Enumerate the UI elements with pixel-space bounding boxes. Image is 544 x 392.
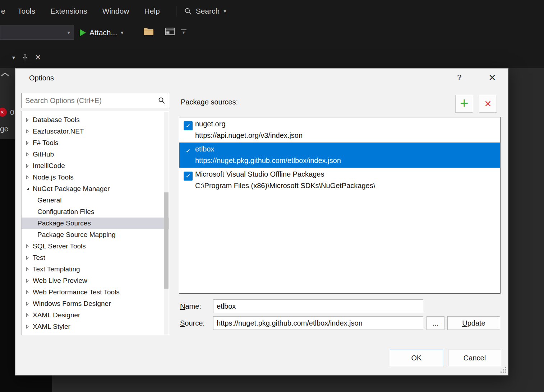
chevron-up-icon[interactable] (0, 72, 10, 79)
expanded-arrow-icon[interactable] (25, 187, 33, 191)
chevron-down-icon: ▾ (223, 8, 226, 14)
toolbar: ▾ Attach... ▾ ▾ (0, 22, 544, 45)
search-icon (158, 97, 165, 104)
collapsed-arrow-icon[interactable] (25, 152, 33, 157)
tree-item-web-live-preview[interactable]: Web Live Preview (22, 275, 169, 286)
menu-item-window[interactable]: Window (95, 7, 137, 15)
tree-item-github[interactable]: GitHub (22, 149, 169, 160)
tree-item-label: Package Source Mapping (37, 231, 116, 239)
collapsed-arrow-icon[interactable] (25, 164, 33, 168)
collapsed-arrow-icon[interactable] (25, 325, 33, 329)
collapsed-arrow-icon[interactable] (25, 129, 33, 134)
collapsed-arrow-icon[interactable] (25, 313, 33, 317)
toolbar-overflow-icon[interactable]: ▾ (180, 29, 187, 34)
error-badge[interactable]: ✕ 0 (0, 108, 14, 117)
tree-item-f-tools[interactable]: F# Tools (22, 137, 169, 149)
play-icon (80, 29, 86, 36)
tree-item-web-performance-test-tools[interactable]: Web Performance Test Tools (22, 286, 169, 298)
dialog-titlebar[interactable]: Options ? ✕ (15, 69, 508, 87)
source-url: C:\Program Files (x86)\Microsoft SDKs\Nu… (195, 182, 375, 190)
tree-item-label: Configuration Files (37, 208, 94, 216)
close-icon[interactable]: ✕ (35, 53, 41, 62)
tool-window-header: ▾ ✕ (12, 53, 41, 62)
tree-item-text-templating[interactable]: Text Templating (22, 263, 169, 275)
menu-search[interactable]: Search ▾ (184, 7, 226, 15)
chevron-down-icon: ▾ (182, 30, 185, 34)
source-name: Microsoft Visual Studio Offline Packages (195, 170, 324, 178)
collapsed-arrow-icon[interactable] (25, 141, 33, 145)
collapsed-arrow-icon[interactable] (25, 244, 33, 248)
menu-item-help[interactable]: Help (137, 7, 167, 15)
dialog-title: Options (29, 69, 54, 87)
tree-item-test[interactable]: Test (22, 252, 169, 263)
tree-scrollbar[interactable] (164, 112, 169, 335)
menu-item-tools[interactable]: Tools (10, 7, 43, 15)
remove-source-button[interactable]: ✕ (479, 95, 497, 113)
tree-item-label: SQL Server Tools (33, 242, 86, 250)
source-url: https://api.nuget.org/v3/index.json (195, 131, 303, 140)
tree-item-intellicode[interactable]: IntelliCode (22, 160, 169, 172)
tree-item-package-source-mapping[interactable]: Package Source Mapping (22, 229, 169, 241)
pin-icon[interactable] (22, 54, 28, 61)
error-icon: ✕ (0, 108, 7, 117)
menu-search-label: Search (196, 7, 220, 15)
collapsed-arrow-icon[interactable] (25, 118, 33, 122)
tree-item-nuget-package-manager[interactable]: NuGet Package Manager (22, 183, 169, 195)
collapsed-arrow-icon[interactable] (25, 175, 33, 179)
chevron-down-icon[interactable]: ▾ (12, 54, 15, 61)
scrollbar-thumb[interactable] (164, 192, 169, 289)
tree-item-label: Node.js Tools (33, 173, 74, 181)
tree-item-label: NuGet Package Manager (33, 185, 110, 193)
tree-item-label: Web Performance Test Tools (33, 288, 120, 296)
tree-item-package-sources[interactable]: Package Sources (22, 218, 169, 229)
collapsed-arrow-icon[interactable] (25, 290, 33, 294)
debug-target-combobox[interactable]: ▾ (0, 25, 74, 40)
tree-item-windows-forms-designer[interactable]: Windows Forms Designer (22, 298, 169, 309)
tree-item-general[interactable]: General (22, 195, 169, 206)
attach-debugger-button[interactable]: Attach... ▾ (80, 25, 124, 40)
name-input[interactable] (213, 299, 423, 313)
collapsed-arrow-icon[interactable] (25, 279, 33, 283)
source-input[interactable] (213, 316, 423, 330)
search-icon (184, 8, 192, 15)
source-url: https://nuget.pkg.github.com/etlbox/inde… (195, 157, 341, 165)
package-source-row-etlbox[interactable]: ✓etlboxhttps://nuget.pkg.github.com/etlb… (179, 143, 500, 168)
collapsed-arrow-icon[interactable] (25, 302, 33, 306)
package-source-row-microsoft-visual-studio-offline-packages[interactable]: ✓Microsoft Visual Studio Offline Package… (179, 168, 500, 193)
ok-button[interactable]: OK (390, 350, 443, 366)
collapsed-arrow-icon[interactable] (25, 256, 33, 260)
tree-item-label: XAML Designer (33, 311, 80, 319)
close-button[interactable]: ✕ (484, 70, 501, 85)
partial-tab-label[interactable]: ge (0, 125, 8, 133)
tree-item-label: Eazfuscator.NET (33, 127, 84, 135)
tree-item-sql-server-tools[interactable]: SQL Server Tools (22, 241, 169, 252)
tree-item-database-tools[interactable]: Database Tools (22, 114, 169, 126)
resize-grip-icon[interactable] (500, 367, 507, 374)
package-source-row-nuget-org[interactable]: ✓nuget.orghttps://api.nuget.org/v3/index… (179, 117, 500, 143)
add-source-button[interactable]: + (455, 95, 473, 113)
source-enabled-checkbox[interactable]: ✓ (184, 146, 193, 155)
menu-item-partial[interactable]: e (0, 7, 10, 15)
tree-item-xaml-styler[interactable]: XAML Styler (22, 321, 169, 332)
browser-window-icon[interactable] (164, 27, 175, 36)
menu-item-extensions[interactable]: Extensions (43, 7, 95, 15)
update-button[interactable]: Update (447, 316, 500, 330)
collapsed-arrow-icon[interactable] (25, 267, 33, 271)
package-sources-list: ✓nuget.orghttps://api.nuget.org/v3/index… (179, 117, 501, 294)
tree-item-xaml-designer[interactable]: XAML Designer (22, 309, 169, 321)
source-enabled-checkbox[interactable]: ✓ (184, 121, 193, 130)
tree-item-label: Test (33, 254, 45, 262)
tree-item-node-js-tools[interactable]: Node.js Tools (22, 172, 169, 183)
menu-separator (176, 6, 176, 17)
folder-icon[interactable] (143, 27, 154, 36)
options-search-input[interactable] (22, 97, 158, 105)
browse-button[interactable]: ... (427, 316, 444, 330)
tree-item-eazfuscator-net[interactable]: Eazfuscator.NET (22, 126, 169, 137)
help-button[interactable]: ? (451, 70, 468, 85)
ide-top-region: e ToolsExtensionsWindowHelp Search ▾ ▾ A… (0, 0, 544, 68)
tree-item-configuration-files[interactable]: Configuration Files (22, 206, 169, 218)
options-dialog: Options ? ✕ Database ToolsEazfuscator.NE… (15, 68, 508, 375)
cancel-button[interactable]: Cancel (448, 350, 501, 366)
source-enabled-checkbox[interactable]: ✓ (184, 172, 193, 181)
tree-item-label: F# Tools (33, 139, 58, 147)
